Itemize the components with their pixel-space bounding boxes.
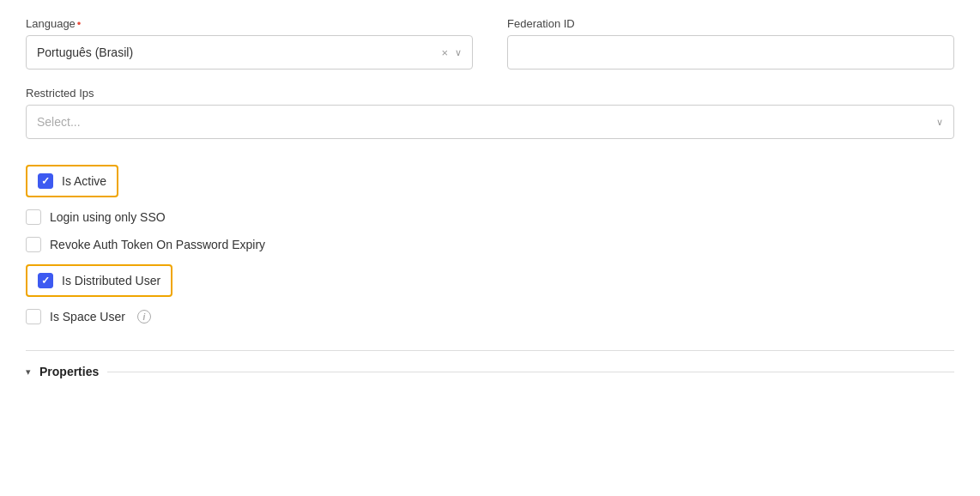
language-chevron-icon: ∨ — [455, 47, 462, 58]
properties-divider — [107, 372, 954, 372]
login-sso-checkbox-item[interactable]: Login using only SSO — [26, 209, 954, 225]
is-distributed-checkbox[interactable] — [38, 273, 53, 288]
language-field-group: Language• Português (Brasil) × ∨ — [26, 17, 473, 70]
is-space-info-icon[interactable]: i — [137, 310, 151, 324]
is-space-checkbox[interactable] — [26, 309, 41, 324]
restricted-ips-chevron-icon: ∨ — [936, 117, 943, 128]
language-label: Language• — [26, 17, 473, 30]
revoke-auth-label: Revoke Auth Token On Password Expiry — [50, 238, 265, 251]
properties-section: ▾ Properties — [26, 350, 954, 378]
is-active-checkbox-item[interactable]: Is Active — [26, 165, 118, 197]
language-selected-value: Português (Brasil) — [37, 45, 133, 59]
language-clear-icon[interactable]: × — [441, 46, 448, 59]
login-sso-checkbox[interactable] — [26, 209, 41, 225]
is-active-label: Is Active — [62, 174, 106, 188]
is-active-checkbox[interactable] — [38, 173, 53, 189]
restricted-ips-select[interactable]: Select... ∨ — [26, 105, 954, 139]
is-distributed-checkbox-item[interactable]: Is Distributed User — [26, 264, 172, 297]
federation-id-field-group: Federation ID — [507, 17, 954, 70]
restricted-ips-label: Restricted Ips — [26, 87, 954, 100]
language-select[interactable]: Português (Brasil) × ∨ — [26, 35, 473, 70]
properties-label: Properties — [39, 365, 99, 378]
properties-chevron-icon[interactable]: ▾ — [26, 366, 31, 378]
is-distributed-label: Is Distributed User — [62, 274, 160, 287]
federation-id-label: Federation ID — [507, 17, 954, 30]
revoke-auth-checkbox-item[interactable]: Revoke Auth Token On Password Expiry — [26, 237, 954, 252]
checkbox-list: Is Active Login using only SSO Revoke Au… — [26, 165, 954, 324]
required-indicator: • — [77, 17, 82, 30]
federation-id-input[interactable] — [507, 35, 954, 70]
checkboxes-section: Is Active Login using only SSO Revoke Au… — [26, 156, 954, 324]
is-space-checkbox-item[interactable]: Is Space User i — [26, 309, 954, 324]
is-space-label: Is Space User — [50, 310, 125, 324]
login-sso-label: Login using only SSO — [50, 210, 166, 224]
restricted-ips-placeholder: Select... — [37, 115, 81, 129]
revoke-auth-checkbox[interactable] — [26, 237, 41, 252]
restricted-ips-field-group: Restricted Ips Select... ∨ — [26, 87, 954, 139]
